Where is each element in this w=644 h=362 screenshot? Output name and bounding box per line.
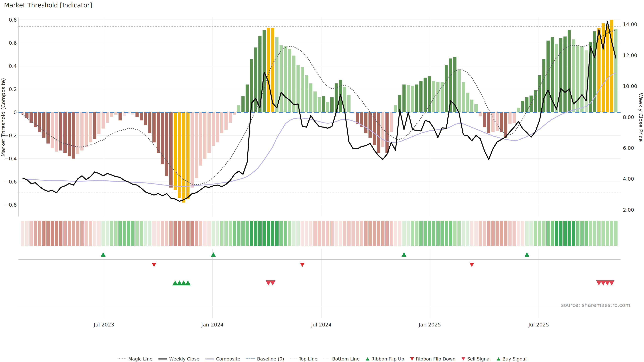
left-axis-tick: 0.2: [9, 86, 17, 92]
composite-bar: [500, 112, 503, 132]
composite-bar: [178, 112, 181, 198]
ribbon-cell: [309, 221, 312, 246]
ribbon-cell: [93, 221, 96, 246]
ribbon-cell: [220, 221, 224, 246]
left-axis-tick: −0.6: [4, 179, 17, 185]
ribbon-cell: [34, 221, 37, 246]
legend-label: Ribbon Flip Up: [371, 356, 404, 362]
composite-bar: [59, 112, 62, 150]
composite-bar: [93, 112, 96, 139]
right-axis-tick: 6.00: [623, 145, 634, 151]
ribbon-cell: [525, 221, 528, 246]
ribbon-cell: [271, 221, 274, 246]
composite-bar: [373, 112, 376, 145]
ribbon-cell: [122, 221, 126, 246]
dashed-line-swatch-icon: [246, 359, 255, 359]
ribbon-cell: [559, 221, 562, 246]
legend-label: Buy Signal: [502, 356, 526, 362]
ribbon-cell: [466, 221, 469, 246]
ribbon-cell: [593, 221, 596, 246]
ribbon-cell: [208, 221, 211, 246]
triangle-down-icon: [410, 357, 414, 361]
ribbon-cell: [148, 221, 152, 246]
ribbon-cell: [492, 221, 495, 246]
legend-item-ribbon-flip-down: Ribbon Flip Down: [410, 356, 456, 362]
ribbon-cell: [313, 221, 317, 246]
composite-bar: [347, 95, 350, 112]
composite-bar: [140, 112, 143, 120]
ribbon-cell: [589, 221, 592, 246]
triangle-up-icon: [366, 357, 369, 361]
ribbon-cell: [424, 221, 427, 246]
composite-bar: [525, 97, 528, 112]
composite-bar: [157, 112, 160, 153]
ribbon-cell: [512, 221, 516, 246]
ribbon-cell: [280, 221, 283, 246]
composite-bar: [559, 38, 562, 112]
composite-bar: [55, 112, 58, 152]
composite-bar: [208, 112, 211, 153]
ribbon-cell: [373, 221, 376, 246]
composite-bar: [220, 112, 224, 133]
composite-bar: [165, 112, 168, 176]
ribbon-cell: [228, 221, 232, 246]
composite-bar: [496, 112, 499, 131]
ribbon-cell: [157, 221, 160, 246]
ribbon-cell: [576, 221, 580, 246]
ribbon-cell: [51, 221, 54, 246]
ribbon-cell: [597, 221, 600, 246]
ribbon-cell: [89, 221, 92, 246]
ribbon-cell: [165, 221, 168, 246]
ribbon-cell: [55, 221, 58, 246]
ribbon-cell: [386, 221, 389, 246]
right-axis-tick: 14.00: [623, 21, 637, 27]
ribbon-cell: [68, 221, 71, 246]
dotted-line-swatch-icon: [118, 359, 126, 359]
composite-bar: [76, 112, 79, 154]
composite-bar: [458, 69, 461, 112]
legend-label: Bottom Line: [332, 356, 360, 362]
composite-bar: [212, 112, 215, 146]
composite-bar: [97, 112, 100, 134]
ribbon-cell: [30, 221, 33, 246]
ribbon-flip-up-marker: [402, 252, 406, 257]
composite-bar: [131, 112, 134, 115]
ribbon-cell: [568, 221, 571, 246]
ribbon-cell: [538, 221, 541, 246]
ribbon-cell: [233, 221, 236, 246]
composite-bar: [364, 112, 368, 133]
fine-dotted-line-swatch-icon: [290, 359, 297, 359]
composite-bar: [182, 112, 185, 203]
legend-label: Ribbon Flip Down: [416, 356, 456, 362]
ribbon-cell: [360, 221, 363, 246]
ribbon-cell: [110, 221, 113, 246]
ribbon-flip-up-marker: [524, 252, 529, 257]
composite-bar: [216, 112, 219, 142]
ribbon-cell: [186, 221, 190, 246]
composite-bar: [190, 112, 194, 188]
left-axis-tick: 0: [14, 109, 17, 115]
composite-bar: [118, 112, 122, 120]
ribbon-cell: [550, 221, 554, 246]
composite-bar: [267, 28, 270, 112]
composite-bar: [576, 45, 579, 112]
composite-bar: [318, 97, 321, 112]
composite-bar: [568, 30, 571, 112]
ribbon-cell: [237, 221, 240, 246]
composite-bar: [377, 112, 380, 153]
ribbon-cell: [258, 221, 262, 246]
ribbon-cell: [64, 221, 67, 246]
composite-bar: [483, 112, 486, 127]
ribbon-cell: [59, 221, 62, 246]
legend-item-baseline-0-: Baseline (0): [246, 356, 284, 362]
ribbon-cell: [602, 221, 605, 246]
solid-line-swatch-icon: [206, 359, 214, 360]
composite-bar: [487, 112, 490, 133]
sell-signal-marker: [270, 280, 276, 285]
ribbon-cell: [436, 221, 440, 246]
left-axis-tick: −0.8: [4, 202, 17, 208]
composite-bar: [449, 58, 452, 112]
ribbon-cell: [496, 221, 499, 246]
legend-label: Weekly Close: [169, 356, 200, 362]
solid-line-swatch-icon: [158, 359, 167, 360]
